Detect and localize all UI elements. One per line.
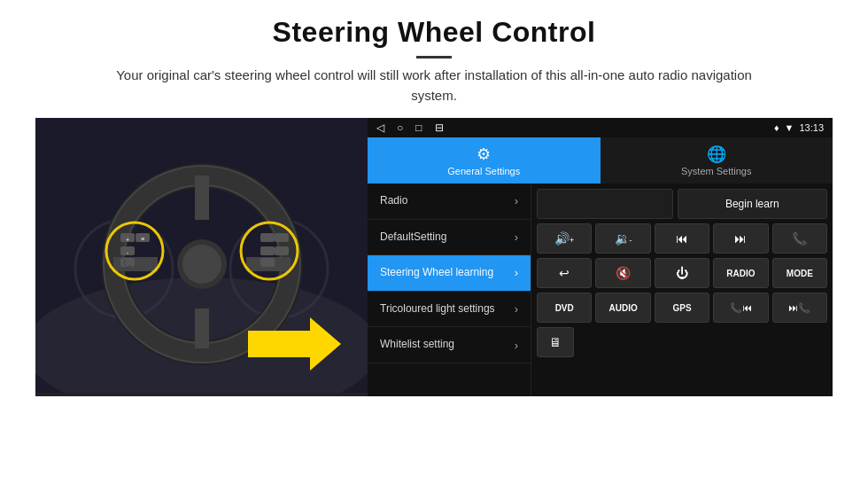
- screen-icon: 🖥: [549, 335, 562, 349]
- call-next-icon: ⏭📞: [788, 302, 810, 314]
- call-prev-icon: 📞⏮: [730, 302, 752, 314]
- begin-learn-button[interactable]: Begin learn: [678, 189, 828, 219]
- button-row-5: 🖥: [537, 327, 827, 357]
- chevron-icon: ›: [515, 194, 518, 207]
- prev-button[interactable]: ⏮: [655, 223, 709, 254]
- call-prev-button[interactable]: 📞⏮: [713, 293, 768, 323]
- radio-button[interactable]: RADIO: [713, 258, 768, 288]
- home-nav-icon[interactable]: ○: [397, 121, 403, 134]
- mute-icon: 🔇: [616, 266, 631, 280]
- button-row-4: DVD AUDIO GPS 📞⏮ ⏭📞: [537, 293, 827, 323]
- chevron-icon: ›: [515, 302, 518, 316]
- subtitle: Your original car's steering wheel contr…: [97, 66, 771, 105]
- svg-text:📞: 📞: [123, 259, 132, 268]
- mode-button[interactable]: MODE: [772, 258, 827, 288]
- status-bar-left: ◁ ○ □ ⊟: [376, 121, 444, 134]
- general-settings-icon: ⚙: [477, 145, 491, 164]
- page-title: Steering Wheel Control: [35, 16, 833, 49]
- vol-down-button[interactable]: 🔉-: [595, 223, 650, 254]
- svg-rect-24: [260, 233, 275, 242]
- tab-system-label: System Settings: [681, 166, 751, 176]
- next-button[interactable]: ⏭: [713, 223, 768, 254]
- call-icon: 📞: [792, 231, 807, 246]
- recents-nav-icon[interactable]: □: [415, 121, 422, 134]
- status-bar-right: ♦ ▼ 13:13: [774, 122, 824, 133]
- page-container: Steering Wheel Control Your original car…: [0, 0, 868, 405]
- menu-item-steering-wheel[interactable]: Steering Wheel learning ›: [368, 255, 531, 292]
- vol-down-icon: 🔉-: [615, 231, 632, 246]
- button-row-2: 🔊+ 🔉- ⏮ ⏭ 📞: [537, 223, 827, 254]
- menu-column: Radio › DefaultSetting › Steering Wheel …: [368, 184, 531, 396]
- audio-button[interactable]: AUDIO: [595, 293, 650, 323]
- call-next-button[interactable]: ⏭📞: [772, 293, 827, 323]
- back-nav-icon[interactable]: ◁: [376, 121, 384, 134]
- clock: 13:13: [799, 122, 824, 133]
- content-area: + - 📞 ≡: [35, 118, 833, 396]
- car-image-svg: + - 📞 ≡: [35, 118, 368, 393]
- menu-item-whitelist[interactable]: Whitelist setting ›: [368, 327, 531, 363]
- next-icon: ⏭: [734, 231, 747, 246]
- call-button[interactable]: 📞: [772, 223, 827, 254]
- signal-icon: ♦: [774, 122, 779, 133]
- chevron-icon: ›: [515, 339, 518, 352]
- power-button[interactable]: ⏻: [655, 258, 709, 288]
- tab-bar: ⚙ General Settings 🌐 System Settings: [368, 137, 833, 184]
- vol-up-button[interactable]: 🔊+: [537, 223, 592, 254]
- title-section: Steering Wheel Control Your original car…: [35, 16, 833, 105]
- menu-item-default-setting[interactable]: DefaultSetting ›: [368, 220, 531, 256]
- power-icon: ⏻: [676, 266, 688, 280]
- wifi-icon: ▼: [785, 122, 794, 133]
- screen-button[interactable]: 🖥: [537, 327, 574, 357]
- svg-rect-27: [275, 246, 289, 255]
- svg-text:≡: ≡: [141, 236, 144, 242]
- menu-item-radio[interactable]: Radio ›: [368, 184, 531, 220]
- ui-panel: ◁ ○ □ ⊟ ♦ ▼ 13:13 ⚙ General Settings: [368, 118, 833, 396]
- mute-button[interactable]: 🔇: [595, 258, 650, 288]
- control-row-1: Begin learn: [537, 189, 827, 219]
- back-button[interactable]: ↩: [537, 258, 592, 288]
- tab-general-settings[interactable]: ⚙ General Settings: [368, 137, 601, 184]
- system-settings-icon: 🌐: [707, 145, 726, 164]
- svg-rect-28: [260, 258, 275, 267]
- svg-text:+: +: [126, 237, 129, 243]
- gps-button[interactable]: GPS: [655, 293, 709, 323]
- audio-label: AUDIO: [608, 303, 637, 313]
- radio-label: RADIO: [726, 269, 755, 278]
- car-image-area: + - 📞 ≡: [35, 118, 368, 396]
- tab-general-label: General Settings: [447, 166, 520, 176]
- chevron-icon: ›: [515, 266, 518, 279]
- svg-rect-26: [260, 246, 275, 255]
- menu-item-tricoloured[interactable]: Tricoloured light settings ›: [368, 292, 531, 328]
- dvd-button[interactable]: DVD: [537, 293, 592, 323]
- status-bar: ◁ ○ □ ⊟ ♦ ▼ 13:13: [368, 118, 833, 137]
- svg-point-13: [182, 245, 221, 284]
- mode-label: MODE: [787, 269, 813, 278]
- button-row-3: ↩ 🔇 ⏻ RADIO MODE: [537, 258, 827, 288]
- tab-system-settings[interactable]: 🌐 System Settings: [601, 137, 833, 184]
- chevron-icon: ›: [515, 230, 518, 244]
- control-column: Begin learn 🔊+ 🔉- ⏮: [531, 184, 833, 396]
- vol-up-icon: 🔊+: [554, 231, 574, 246]
- svg-rect-25: [275, 233, 289, 242]
- title-divider: [416, 56, 452, 59]
- panel-main: Radio › DefaultSetting › Steering Wheel …: [368, 184, 833, 396]
- learn-input-field[interactable]: [537, 189, 673, 219]
- dvd-label: DVD: [555, 303, 574, 313]
- gps-label: GPS: [672, 303, 691, 313]
- menu-nav-icon[interactable]: ⊟: [435, 121, 444, 134]
- prev-icon: ⏮: [676, 231, 688, 246]
- back-icon: ↩: [559, 266, 570, 280]
